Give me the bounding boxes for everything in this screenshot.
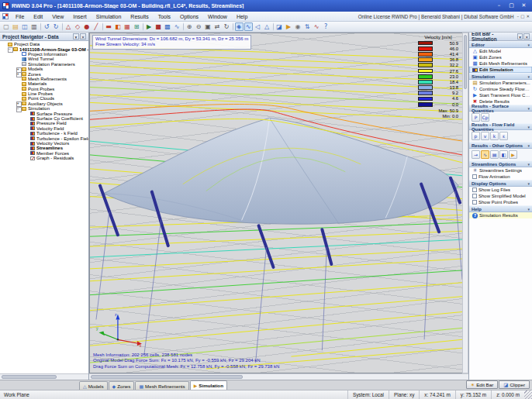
checkbox-icon[interactable] bbox=[472, 200, 477, 205]
show-results-button[interactable]: ▩ bbox=[164, 22, 172, 31]
mesh-refinement-button[interactable]: ⊞ bbox=[133, 22, 141, 31]
start-calculation-button[interactable]: ▶ bbox=[145, 22, 154, 31]
isometric-view-button[interactable]: ◈ bbox=[235, 22, 244, 31]
maximize-restore-button[interactable]: ▢ bbox=[506, 2, 517, 10]
checkbox-icon[interactable] bbox=[472, 174, 477, 179]
velocity-field-button[interactable]: v bbox=[481, 132, 489, 140]
tab-mesh-refinements[interactable]: ▦ Mesh Refinements bbox=[135, 381, 188, 390]
title-bar[interactable]: RWIND 3.04 Pro - [14011108-Armon-Stage 0… bbox=[0, 0, 532, 12]
viewport-horizontal-scrollbar[interactable] bbox=[89, 373, 468, 380]
tab-zones[interactable]: ◆ Zones bbox=[109, 381, 135, 390]
expander-icon[interactable] bbox=[24, 136, 29, 141]
viewport-3d[interactable]: z x y Wind Tunnel Dimensions: Dx = 106.6… bbox=[89, 33, 462, 373]
edit-bar-item[interactable]: Show Log Files bbox=[469, 187, 532, 193]
tree-item[interactable]: 14011108-Armon-Stage 03-OM - Building. bbox=[0, 46, 88, 51]
zones-button[interactable]: ◧ bbox=[114, 22, 123, 31]
edit-zones-button[interactable]: ◇ bbox=[74, 22, 82, 31]
edit-bar-item[interactable]: Start Transient Flow Calculation bbox=[469, 92, 532, 98]
pressure-field-button[interactable]: p bbox=[472, 132, 480, 140]
front-view-button[interactable]: ◁ bbox=[254, 22, 262, 31]
viewport-vertical-scrollbar[interactable] bbox=[462, 33, 468, 373]
section-header[interactable]: Simulation ▾ bbox=[469, 73, 532, 80]
member-forces-button[interactable]: ⇅ bbox=[303, 22, 312, 31]
screenshot-button[interactable]: ◉ bbox=[294, 22, 302, 31]
pan-view-button[interactable]: ⇄ bbox=[213, 22, 222, 31]
top-view-button[interactable]: △ bbox=[263, 22, 271, 31]
expander-icon[interactable] bbox=[24, 112, 29, 116]
menu-item[interactable]: File bbox=[12, 13, 28, 20]
section-header[interactable]: Results - Surface Quantities ▾ bbox=[469, 105, 532, 112]
isosurface-button[interactable]: ◧ bbox=[499, 150, 508, 159]
edit-bar-item[interactable]: Edit Zones bbox=[469, 54, 532, 60]
wind-tunnel-button[interactable]: ▬ bbox=[105, 22, 113, 31]
section-header[interactable]: Results - Other Options ▾ bbox=[469, 142, 532, 149]
gear-icon[interactable] bbox=[472, 168, 478, 174]
section-header[interactable]: Results - Flow Field Quantities ▾ bbox=[469, 123, 532, 130]
zoom-out-button[interactable]: ⊖ bbox=[195, 22, 203, 31]
edit-bar-item[interactable]: Continue Steady Flow Calculation bbox=[469, 86, 532, 92]
slice-plane-button[interactable]: ▤ bbox=[490, 150, 499, 159]
edit-bar-item[interactable]: Streamlines Settings bbox=[469, 167, 532, 174]
expander-icon[interactable] bbox=[24, 156, 29, 160]
checkbox-icon[interactable] bbox=[472, 187, 477, 192]
open-project-button[interactable]: ▤ bbox=[12, 22, 20, 31]
edit-model-button[interactable]: △ bbox=[64, 22, 73, 31]
expander-icon[interactable] bbox=[24, 131, 29, 136]
new-project-button[interactable]: ▢ bbox=[2, 22, 11, 31]
expander-icon[interactable] bbox=[16, 101, 21, 106]
expander-icon[interactable] bbox=[16, 91, 21, 96]
expander-icon[interactable] bbox=[16, 81, 21, 86]
expander-icon[interactable] bbox=[24, 121, 29, 126]
section-header[interactable]: Display Options ▾ bbox=[469, 180, 532, 187]
edit-bar-item[interactable]: Simulation Parameters... bbox=[469, 80, 532, 86]
menu-item[interactable]: Help bbox=[233, 13, 251, 20]
insert-point-button[interactable]: ● bbox=[83, 22, 92, 31]
expander-icon[interactable] bbox=[16, 87, 21, 91]
menu-item[interactable]: Edit bbox=[29, 13, 47, 20]
menu-item[interactable]: Window bbox=[204, 13, 231, 20]
zoom-in-button[interactable]: ⊕ bbox=[185, 22, 194, 31]
minimize-button[interactable]: – bbox=[493, 2, 505, 10]
animation-button[interactable]: ▶ bbox=[509, 150, 517, 159]
stop-calculation-button[interactable]: ■ bbox=[154, 22, 163, 31]
expander-icon[interactable] bbox=[2, 42, 7, 46]
expander-icon[interactable] bbox=[16, 57, 21, 61]
section-header[interactable]: Editor ▾ bbox=[469, 41, 532, 48]
close-button[interactable]: ✕ bbox=[518, 2, 530, 10]
tab-simulation[interactable]: ▶ Simulation bbox=[190, 380, 227, 390]
turbulence-epsilon-button[interactable]: ε bbox=[499, 132, 508, 140]
simulation-parameters-button[interactable]: ▦ bbox=[123, 22, 132, 31]
section-header[interactable]: Help ▾ bbox=[469, 205, 532, 212]
show-streamlines-button[interactable]: ∿ bbox=[244, 22, 253, 31]
velocity-vectors-button[interactable]: → bbox=[472, 150, 480, 159]
close-icon[interactable]: ✕ bbox=[523, 33, 530, 40]
save-project-button[interactable]: ◫ bbox=[21, 22, 29, 31]
expander-icon[interactable] bbox=[16, 52, 21, 57]
flow-animation-button[interactable]: ▶ bbox=[285, 22, 293, 31]
menu-item[interactable]: Results bbox=[126, 13, 152, 20]
help-button[interactable]: ? bbox=[322, 22, 330, 31]
menu-item[interactable]: Simulation bbox=[92, 13, 126, 20]
chevron-down-icon[interactable]: ▾ bbox=[517, 33, 523, 40]
edit-bar-item[interactable]: Show Simplified Model bbox=[469, 193, 532, 199]
expander-icon[interactable] bbox=[16, 72, 21, 77]
chevron-down-icon[interactable]: ▾ bbox=[73, 33, 79, 40]
scrollbar-thumb[interactable] bbox=[91, 375, 243, 379]
expander-icon[interactable] bbox=[24, 116, 29, 121]
mdi-close-button[interactable]: ✕ bbox=[526, 14, 530, 19]
graph-residuals-button[interactable]: ∿ bbox=[313, 22, 321, 31]
menu-item[interactable]: Insert bbox=[69, 13, 91, 20]
tree-item[interactable]: Graph - Residuals bbox=[0, 156, 88, 160]
edit-bar-item[interactable]: Show Point Probes bbox=[469, 199, 532, 205]
navigator-horizontal-scrollbar[interactable] bbox=[0, 373, 88, 380]
expander-icon[interactable] bbox=[24, 126, 29, 131]
menu-item[interactable]: Options bbox=[176, 13, 202, 20]
expander-icon[interactable] bbox=[24, 151, 29, 156]
insert-line-button[interactable]: ╱ bbox=[92, 22, 101, 31]
close-icon[interactable]: ✕ bbox=[80, 33, 86, 40]
edit-bar-item[interactable]: Edit Model bbox=[469, 48, 532, 54]
clipper-toggle[interactable]: ◪ Clipper bbox=[499, 380, 530, 389]
expander-icon[interactable] bbox=[16, 106, 21, 111]
show-graph-button[interactable]: ∿ bbox=[173, 22, 181, 31]
edit-bar-item[interactable]: Edit Simulation bbox=[469, 67, 532, 73]
